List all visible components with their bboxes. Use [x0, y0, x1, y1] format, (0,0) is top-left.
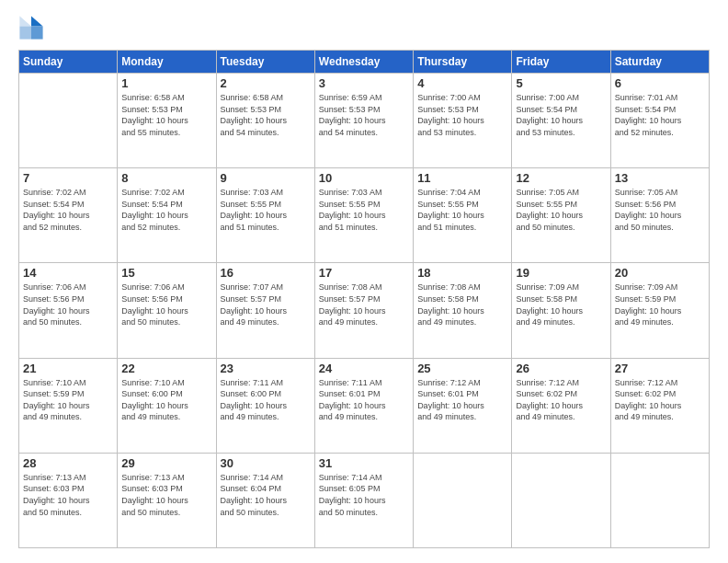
calendar-day-cell: 1Sunrise: 6:58 AMSunset: 5:53 PMDaylight…	[118, 74, 216, 168]
day-number: 15	[121, 266, 211, 280]
logo-icon	[18, 15, 44, 40]
day-info: Sunrise: 7:03 AMSunset: 5:55 PMDaylight:…	[221, 187, 311, 233]
calendar-day-cell	[19, 74, 118, 168]
calendar-day-cell: 5Sunrise: 7:00 AMSunset: 5:54 PMDaylight…	[512, 74, 610, 168]
calendar-day-cell: 28Sunrise: 7:13 AMSunset: 6:03 PMDayligh…	[19, 453, 118, 547]
day-info: Sunrise: 6:58 AMSunset: 5:53 PMDaylight:…	[221, 92, 311, 138]
calendar-day-cell: 6Sunrise: 7:01 AMSunset: 5:54 PMDaylight…	[610, 74, 709, 168]
day-info: Sunrise: 7:12 AMSunset: 6:02 PMDaylight:…	[615, 377, 705, 423]
day-info: Sunrise: 7:02 AMSunset: 5:54 PMDaylight:…	[121, 187, 211, 233]
day-info: Sunrise: 7:13 AMSunset: 6:03 PMDaylight:…	[121, 472, 211, 518]
svg-marker-2	[19, 27, 31, 40]
calendar-day-cell: 13Sunrise: 7:05 AMSunset: 5:56 PMDayligh…	[610, 168, 709, 263]
day-number: 23	[221, 362, 311, 375]
calendar-header-cell: Tuesday	[216, 51, 314, 74]
day-number: 24	[319, 362, 409, 375]
day-info: Sunrise: 7:03 AMSunset: 5:55 PMDaylight:…	[319, 187, 409, 233]
day-info: Sunrise: 7:08 AMSunset: 5:58 PMDaylight:…	[417, 282, 507, 327]
calendar-day-cell	[610, 453, 709, 547]
calendar-header-row: SundayMondayTuesdayWednesdayThursdayFrid…	[19, 51, 710, 74]
day-number: 1	[121, 76, 211, 90]
calendar-day-cell: 19Sunrise: 7:09 AMSunset: 5:58 PMDayligh…	[512, 263, 610, 358]
svg-marker-1	[31, 27, 43, 40]
calendar-day-cell: 30Sunrise: 7:14 AMSunset: 6:04 PMDayligh…	[216, 453, 314, 547]
calendar-day-cell: 27Sunrise: 7:12 AMSunset: 6:02 PMDayligh…	[610, 358, 709, 453]
calendar-day-cell: 11Sunrise: 7:04 AMSunset: 5:55 PMDayligh…	[414, 168, 512, 263]
day-info: Sunrise: 7:12 AMSunset: 6:02 PMDaylight:…	[516, 377, 606, 423]
calendar-day-cell: 4Sunrise: 7:00 AMSunset: 5:53 PMDaylight…	[414, 74, 512, 168]
calendar-day-cell: 10Sunrise: 7:03 AMSunset: 5:55 PMDayligh…	[314, 168, 413, 263]
day-info: Sunrise: 7:14 AMSunset: 6:05 PMDaylight:…	[319, 472, 409, 518]
day-number: 9	[221, 171, 311, 185]
day-number: 22	[121, 362, 211, 375]
day-number: 3	[319, 76, 409, 90]
calendar-day-cell: 12Sunrise: 7:05 AMSunset: 5:55 PMDayligh…	[512, 168, 610, 263]
calendar-day-cell	[512, 453, 610, 547]
day-info: Sunrise: 7:10 AMSunset: 6:00 PMDaylight:…	[121, 377, 211, 423]
calendar-day-cell: 15Sunrise: 7:06 AMSunset: 5:56 PMDayligh…	[118, 263, 216, 358]
calendar-header-cell: Saturday	[610, 51, 709, 74]
calendar-week-row: 21Sunrise: 7:10 AMSunset: 5:59 PMDayligh…	[19, 358, 710, 453]
day-number: 2	[221, 76, 311, 90]
calendar-day-cell: 7Sunrise: 7:02 AMSunset: 5:54 PMDaylight…	[19, 168, 118, 263]
day-info: Sunrise: 7:05 AMSunset: 5:56 PMDaylight:…	[615, 187, 705, 233]
day-info: Sunrise: 7:04 AMSunset: 5:55 PMDaylight:…	[417, 187, 507, 233]
calendar-day-cell: 8Sunrise: 7:02 AMSunset: 5:54 PMDaylight…	[118, 168, 216, 263]
day-info: Sunrise: 7:00 AMSunset: 5:53 PMDaylight:…	[417, 92, 507, 138]
day-number: 6	[615, 76, 705, 90]
day-number: 20	[615, 266, 705, 280]
day-info: Sunrise: 7:00 AMSunset: 5:54 PMDaylight:…	[516, 92, 606, 138]
day-number: 7	[23, 171, 113, 185]
calendar-header-cell: Friday	[512, 51, 610, 74]
day-number: 29	[121, 456, 211, 470]
day-info: Sunrise: 7:12 AMSunset: 6:01 PMDaylight:…	[417, 377, 507, 423]
calendar-day-cell: 18Sunrise: 7:08 AMSunset: 5:58 PMDayligh…	[414, 263, 512, 358]
calendar-body: 1Sunrise: 6:58 AMSunset: 5:53 PMDaylight…	[19, 74, 710, 548]
calendar-day-cell: 2Sunrise: 6:58 AMSunset: 5:53 PMDaylight…	[216, 74, 314, 168]
day-info: Sunrise: 7:01 AMSunset: 5:54 PMDaylight:…	[615, 92, 705, 138]
calendar-week-row: 1Sunrise: 6:58 AMSunset: 5:53 PMDaylight…	[19, 74, 710, 168]
calendar-day-cell: 24Sunrise: 7:11 AMSunset: 6:01 PMDayligh…	[314, 358, 413, 453]
calendar-day-cell: 26Sunrise: 7:12 AMSunset: 6:02 PMDayligh…	[512, 358, 610, 453]
svg-marker-0	[31, 16, 43, 26]
day-number: 5	[516, 76, 606, 90]
calendar-day-cell: 3Sunrise: 6:59 AMSunset: 5:53 PMDaylight…	[314, 74, 413, 168]
day-number: 28	[23, 456, 113, 470]
day-info: Sunrise: 7:13 AMSunset: 6:03 PMDaylight:…	[23, 472, 113, 518]
calendar-day-cell: 16Sunrise: 7:07 AMSunset: 5:57 PMDayligh…	[216, 263, 314, 358]
day-info: Sunrise: 7:09 AMSunset: 5:59 PMDaylight:…	[615, 282, 705, 327]
calendar-day-cell: 20Sunrise: 7:09 AMSunset: 5:59 PMDayligh…	[610, 263, 709, 358]
day-number: 8	[121, 171, 211, 185]
day-number: 18	[417, 266, 507, 280]
calendar-day-cell: 29Sunrise: 7:13 AMSunset: 6:03 PMDayligh…	[118, 453, 216, 547]
calendar-day-cell: 17Sunrise: 7:08 AMSunset: 5:57 PMDayligh…	[314, 263, 413, 358]
logo	[18, 15, 48, 40]
day-number: 11	[417, 171, 507, 185]
calendar-day-cell: 14Sunrise: 7:06 AMSunset: 5:56 PMDayligh…	[19, 263, 118, 358]
day-info: Sunrise: 7:11 AMSunset: 6:00 PMDaylight:…	[221, 377, 311, 423]
day-info: Sunrise: 7:06 AMSunset: 5:56 PMDaylight:…	[121, 282, 211, 327]
day-number: 4	[417, 76, 507, 90]
day-info: Sunrise: 7:09 AMSunset: 5:58 PMDaylight:…	[516, 282, 606, 327]
calendar-day-cell	[414, 453, 512, 547]
day-number: 16	[221, 266, 311, 280]
day-number: 27	[615, 362, 705, 375]
day-number: 26	[516, 362, 606, 375]
day-number: 25	[417, 362, 507, 375]
header	[18, 15, 710, 40]
calendar-header-cell: Monday	[118, 51, 216, 74]
day-info: Sunrise: 7:02 AMSunset: 5:54 PMDaylight:…	[23, 187, 113, 233]
calendar-day-cell: 21Sunrise: 7:10 AMSunset: 5:59 PMDayligh…	[19, 358, 118, 453]
day-number: 31	[319, 456, 409, 470]
calendar-header-cell: Sunday	[19, 51, 118, 74]
page: SundayMondayTuesdayWednesdayThursdayFrid…	[0, 0, 728, 563]
calendar-day-cell: 23Sunrise: 7:11 AMSunset: 6:00 PMDayligh…	[216, 358, 314, 453]
calendar-header-cell: Wednesday	[314, 51, 413, 74]
day-info: Sunrise: 7:10 AMSunset: 5:59 PMDaylight:…	[23, 377, 113, 423]
calendar-day-cell: 22Sunrise: 7:10 AMSunset: 6:00 PMDayligh…	[118, 358, 216, 453]
calendar-day-cell: 25Sunrise: 7:12 AMSunset: 6:01 PMDayligh…	[414, 358, 512, 453]
day-number: 19	[516, 266, 606, 280]
calendar-day-cell: 9Sunrise: 7:03 AMSunset: 5:55 PMDaylight…	[216, 168, 314, 263]
calendar-week-row: 14Sunrise: 7:06 AMSunset: 5:56 PMDayligh…	[19, 263, 710, 358]
calendar-week-row: 28Sunrise: 7:13 AMSunset: 6:03 PMDayligh…	[19, 453, 710, 547]
